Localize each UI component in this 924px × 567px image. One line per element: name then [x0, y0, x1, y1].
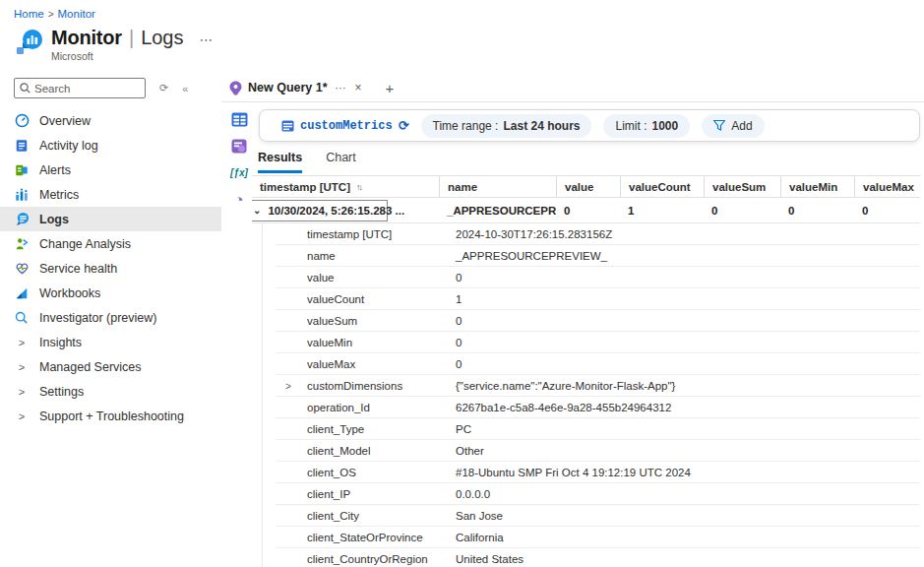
detail-key: operation_Id — [307, 402, 456, 413]
title-divider: | — [129, 27, 134, 49]
detail-row: valueSum0 — [252, 310, 920, 332]
table-row[interactable]: ⌄ 10/30/2024, 5:26:15.283 ... _APPRESOUR… — [252, 198, 920, 223]
sidebar-refresh-icon[interactable]: ⟳ — [159, 82, 168, 94]
sidebar-item-label: Logs — [39, 213, 69, 226]
chevron-right-icon: > — [14, 410, 30, 422]
column-header-valuesum[interactable]: valueSum — [704, 176, 780, 197]
detail-value: #18-Ubuntu SMP Fri Oct 4 19:12:19 UTC 20… — [456, 467, 691, 478]
query-tab-bar: New Query 1* ⋯ × + — [221, 74, 924, 102]
tab-new-query-1[interactable]: New Query 1* ⋯ × — [221, 74, 372, 102]
sidebar-item-label: Service health — [39, 262, 117, 276]
sidebar-item-logs[interactable]: Logs — [0, 207, 221, 231]
expand-chevron-icon[interactable]: > — [285, 381, 291, 392]
column-header-value[interactable]: value — [556, 176, 620, 197]
sidebar-group-label: Insights — [39, 336, 82, 349]
limit-label: Limit : — [615, 119, 647, 133]
row-name: _APPRESOURCEPREVIE... — [439, 205, 556, 217]
detail-value: Other — [456, 445, 484, 457]
sidebar-item-activity-log[interactable]: Activity log — [0, 133, 221, 158]
tab-label: New Query 1* — [248, 81, 328, 94]
tab-more-icon[interactable]: ⋯ — [336, 82, 347, 94]
table-pill[interactable]: customMetrics ⟳ — [281, 118, 409, 133]
sidebar-item-overview[interactable]: Overview — [0, 108, 221, 133]
detail-row: client_StateOrProvinceCalifornia — [252, 527, 920, 548]
query-history-icon[interactable]: ◔ — [230, 190, 248, 208]
alerts-icon — [14, 162, 30, 178]
collapse-row-icon[interactable]: ⌄ — [253, 205, 261, 216]
detail-key: client_City — [307, 510, 456, 522]
add-filter-pill[interactable]: Add — [702, 114, 764, 138]
sidebar-item-service-health[interactable]: Service health — [0, 256, 221, 281]
query-bar: customMetrics ⟳ Time range : Last 24 hou… — [259, 109, 920, 142]
sidebar-item-alerts[interactable]: Alerts — [0, 158, 221, 182]
overview-icon — [14, 113, 30, 129]
detail-value: PC — [456, 423, 471, 435]
detail-row: client_CitySan Jose — [252, 505, 920, 527]
sidebar-search[interactable] — [14, 78, 146, 98]
sidebar-collapse-icon[interactable]: « — [182, 83, 188, 94]
timestamp-cell[interactable]: ⌄ 10/30/2024, 5:26:15.283 ... — [252, 200, 388, 221]
queries-pane-icon[interactable] — [230, 137, 248, 155]
sidebar-item-label: Workbooks — [39, 286, 100, 300]
time-range-pill[interactable]: Time range : Last 24 hours — [421, 114, 592, 138]
search-input[interactable] — [34, 79, 141, 97]
sidebar-group-managed-services[interactable]: > Managed Services — [0, 354, 221, 379]
detail-key: timestamp [UTC] — [307, 228, 456, 240]
detail-value: California — [456, 532, 504, 543]
row-detail-panel: timestamp [UTC]2024-10-30T17:26:15.28315… — [252, 223, 920, 567]
functions-pane-icon[interactable]: [ƒx] — [230, 163, 248, 181]
tab-close-icon[interactable]: × — [355, 81, 362, 94]
results-table-header: timestamp [UTC] ↑↓ name value valueCount… — [252, 175, 920, 198]
sidebar-group-settings[interactable]: > Settings — [0, 379, 221, 404]
sidebar-item-label: Activity log — [39, 139, 98, 153]
column-header-valuecount[interactable]: valueCount — [620, 176, 704, 197]
sort-icon: ↑↓ — [356, 182, 361, 192]
add-filter-label: Add — [731, 119, 752, 133]
header-more-icon[interactable]: ⋯ — [200, 32, 215, 47]
service-health-icon — [14, 261, 30, 277]
table-name-label: customMetrics — [300, 119, 393, 133]
column-header-valuemin[interactable]: valueMin — [780, 176, 854, 197]
tab-chart[interactable]: Chart — [326, 151, 356, 173]
column-header-timestamp[interactable]: timestamp [UTC] ↑↓ — [252, 176, 439, 197]
limit-pill[interactable]: Limit : 1000 — [603, 114, 690, 138]
detail-row: client_ModelOther — [252, 440, 920, 462]
chevron-right-icon: > — [14, 386, 30, 398]
new-tab-button[interactable]: + — [386, 80, 395, 96]
sidebar-item-metrics[interactable]: Metrics — [0, 182, 221, 207]
detail-value: {"service.name":"Azure-Monitor-Flask-App… — [456, 380, 675, 392]
detail-key: client_CountryOrRegion — [307, 553, 456, 565]
limit-value: 1000 — [652, 119, 679, 133]
refresh-icon[interactable]: ⟳ — [399, 118, 409, 133]
sidebar-item-change-analysis[interactable]: Change Analysis — [0, 231, 221, 256]
detail-value: 0 — [456, 272, 462, 284]
sidebar-group-support[interactable]: > Support + Troubleshooting — [0, 404, 221, 428]
row-valuesum: 0 — [704, 205, 780, 217]
column-header-name[interactable]: name — [439, 176, 556, 197]
detail-row: name_APPRESOURCEPREVIEW_ — [252, 245, 920, 267]
logs-side-rail: [ƒx] ◔ — [224, 110, 254, 208]
detail-value: 2024-10-30T17:26:15.283156Z — [456, 228, 612, 240]
detail-key: client_Model — [307, 445, 456, 457]
column-header-valuemax[interactable]: valueMax — [854, 176, 920, 197]
detail-value: United States — [456, 553, 524, 565]
breadcrumb-home-link[interactable]: Home — [14, 8, 44, 20]
investigator-icon — [14, 310, 30, 326]
detail-row: client_IP0.0.0.0 — [252, 483, 920, 505]
page-header: Monitor | Logs ⋯ Microsoft — [14, 27, 215, 62]
sidebar-item-investigator[interactable]: Investigator (preview) — [0, 305, 221, 330]
breadcrumb: Home>Monitor — [14, 8, 95, 20]
metrics-icon — [14, 187, 30, 203]
detail-value: 0 — [456, 358, 462, 370]
resource-menu-sidebar: ⟳ « Overview Activity log Alerts Metrics… — [0, 73, 221, 567]
tables-pane-icon[interactable] — [230, 110, 248, 128]
sidebar-item-label: Overview — [39, 114, 91, 128]
sidebar-item-workbooks[interactable]: Workbooks — [0, 281, 221, 305]
detail-key: client_OS — [307, 467, 456, 478]
sidebar-group-label: Settings — [39, 385, 84, 399]
sidebar-group-insights[interactable]: > Insights — [0, 330, 221, 354]
filter-funnel-icon — [713, 120, 725, 131]
tab-results[interactable]: Results — [258, 151, 302, 173]
sidebar-item-label: Change Analysis — [39, 237, 131, 251]
breadcrumb-current-link[interactable]: Monitor — [58, 8, 95, 20]
